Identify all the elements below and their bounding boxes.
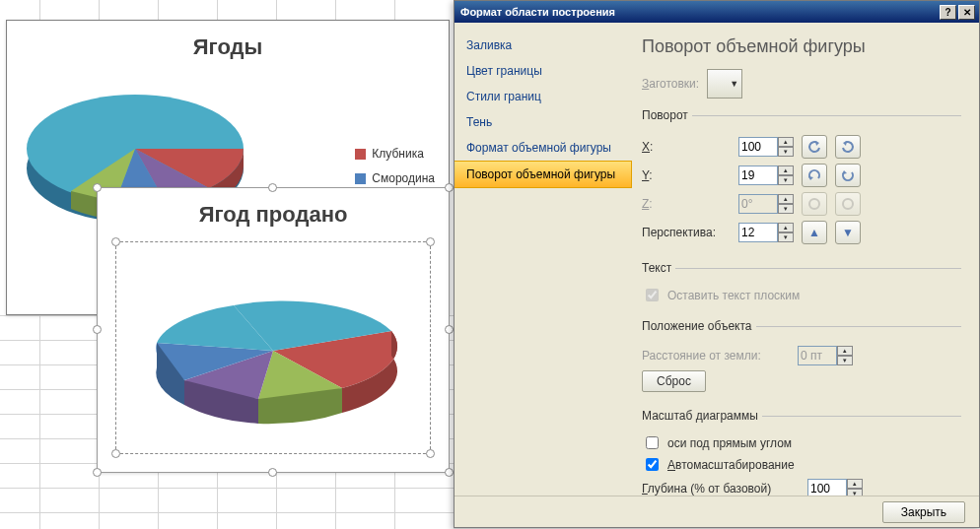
distance-label: Расстояние от земли: [642,349,790,363]
dialog-footer: Закрыть [455,496,979,527]
svg-point-3 [843,199,853,209]
group-label: Положение объекта [642,319,756,333]
chart-title: Ягод продано [98,202,449,228]
z-label: Z: [642,197,731,211]
dialog-title: Формат области построения [460,6,615,18]
spin-down-icon: ▾ [837,356,853,365]
flat-text-checkbox [646,289,659,301]
selection-handle[interactable] [93,183,102,192]
perspective-spinner[interactable]: ▴▾ [738,223,794,242]
spin-up-icon[interactable]: ▴ [847,479,863,489]
z-input [738,194,778,214]
presets-label: Заготовки: [642,77,699,91]
format-plot-area-dialog: Формат области построения ? ✕ Заливка Цв… [454,0,980,528]
chart-sold[interactable]: Ягод продано [97,187,450,473]
nav-3d-format[interactable]: Формат объемной фигуры [455,135,632,161]
spin-down-icon[interactable]: ▾ [778,232,794,242]
panel-heading: Поворот объемной фигуры [642,36,961,57]
selection-handle[interactable] [111,237,120,246]
spin-down-icon: ▾ [778,204,794,214]
nav-border-color[interactable]: Цвет границы [455,58,632,84]
legend-swatch [355,149,366,160]
right-angle-checkbox[interactable] [646,436,659,449]
autoscale-checkbox[interactable] [646,458,659,471]
worksheet: Ягоды Клубника Смородина Вишня Ягод прод… [0,0,454,529]
perspective-input[interactable] [738,223,778,242]
group-label: Поворот [642,108,692,122]
rotate-cw-button [835,192,861,216]
group-scale: Масштаб диаграммы оси под прямым углом А… [642,409,961,496]
group-rotation: Поворот X: ▴▾ Y: ▴▾ Z: ▴▾ [642,108,961,251]
rotate-ccw-button [802,192,827,216]
distance-input [798,346,837,365]
nav-shadow[interactable]: Тень [455,109,632,135]
perspective-label: Перспектива: [642,226,731,239]
selection-handle[interactable] [426,237,435,246]
x-input[interactable] [738,137,778,157]
spin-up-icon: ▴ [837,346,853,356]
selection-handle[interactable] [445,468,454,477]
dialog-nav: Заливка Цвет границы Стили границ Тень Ф… [455,23,632,496]
selection-handle[interactable] [93,468,102,477]
dialog-titlebar[interactable]: Формат области построения ? ✕ [455,1,979,23]
rotation-panel: Поворот объемной фигуры Заготовки: ▼ Пов… [632,23,979,496]
legend-swatch [355,173,366,184]
flat-text-label: Оставить текст плоским [667,289,800,302]
presets-dropdown[interactable]: ▼ [707,69,742,99]
nav-border-style[interactable]: Стили границ [455,84,632,109]
close-button[interactable]: Закрыть [882,501,965,523]
selection-handle[interactable] [445,325,454,334]
spin-down-icon[interactable]: ▾ [847,489,863,496]
help-button[interactable]: ? [940,5,956,20]
spin-up-icon[interactable]: ▴ [778,223,794,232]
distance-spinner: ▴▾ [798,346,853,365]
spin-down-icon[interactable]: ▾ [778,147,794,157]
chevron-down-icon: ▼ [730,79,738,89]
spin-up-icon[interactable]: ▴ [778,165,794,175]
selection-handle[interactable] [268,468,277,477]
x-label: X: [642,140,731,154]
y-spinner[interactable]: ▴▾ [738,165,794,185]
selection-handle[interactable] [445,183,454,192]
autoscale-label: Автомасштабирование [667,458,795,472]
spin-down-icon[interactable]: ▾ [778,175,794,185]
close-icon[interactable]: ✕ [958,5,975,20]
rotate-left-button[interactable] [802,135,827,159]
legend-label: Смородина [372,168,435,188]
group-text: Текст Оставить текст плоским [642,261,961,309]
nav-fill[interactable]: Заливка [455,33,632,58]
right-angle-label: оси под прямым углом [667,436,792,450]
depth-spinner[interactable]: ▴▾ [807,479,863,496]
selection-handle[interactable] [93,325,102,334]
spin-up-icon: ▴ [778,194,794,204]
y-input[interactable] [738,165,778,185]
group-label: Текст [642,261,675,275]
rotate-down-button[interactable] [835,164,861,187]
legend-label: Клубника [372,144,424,164]
pie-chart-icon [115,247,431,454]
rotate-up-button[interactable] [802,164,827,187]
perspective-wide-button[interactable]: ▼ [835,221,861,244]
chart-title: Ягоды [7,34,449,60]
svg-point-2 [809,199,819,209]
x-spinner[interactable]: ▴▾ [738,137,794,157]
reset-button[interactable]: Сброс [642,370,706,392]
arrow-up-icon: ▲ [808,226,820,239]
z-spinner: ▴▾ [738,194,794,214]
nav-3d-rotation[interactable]: Поворот объемной фигуры [455,161,632,188]
selection-handle[interactable] [268,183,277,192]
perspective-narrow-button[interactable]: ▲ [802,221,827,244]
y-label: Y: [642,168,731,182]
group-label: Масштаб диаграммы [642,409,762,423]
rotate-right-button[interactable] [835,135,861,159]
depth-input[interactable] [807,479,847,496]
group-position: Положение объекта Расстояние от земли: ▴… [642,319,961,399]
arrow-down-icon: ▼ [842,226,854,239]
depth-label: Глубина (% от базовой) [642,482,800,496]
spin-up-icon[interactable]: ▴ [778,137,794,147]
